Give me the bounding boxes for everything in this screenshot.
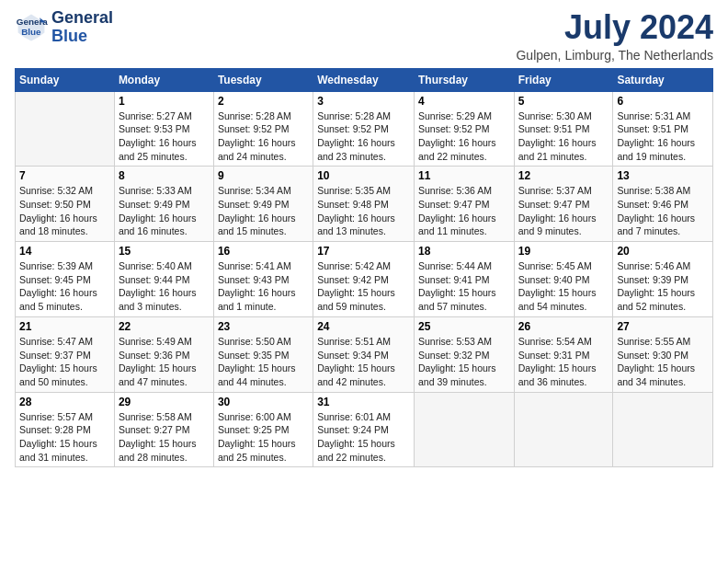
sunset-text: Sunset: 9:49 PM — [119, 199, 190, 210]
day-info: Sunrise: 5:49 AMSunset: 9:36 PMDaylight:… — [119, 335, 210, 389]
sunset-text: Sunset: 9:48 PM — [317, 199, 389, 210]
day-info: Sunrise: 5:54 AMSunset: 9:31 PMDaylight:… — [518, 335, 609, 389]
calendar-day-cell: 1Sunrise: 5:27 AMSunset: 9:53 PMDaylight… — [114, 91, 213, 167]
sunset-text: Sunset: 9:32 PM — [418, 350, 490, 361]
calendar-day-cell: 25Sunrise: 5:53 AMSunset: 9:32 PMDayligh… — [414, 316, 514, 392]
day-number: 17 — [317, 245, 410, 258]
calendar-header-friday: Friday — [514, 68, 613, 91]
location: Gulpen, Limburg, The Netherlands — [516, 48, 713, 63]
sunset-text: Sunset: 9:51 PM — [617, 123, 688, 134]
sunrise-text: Sunrise: 5:28 AM — [317, 110, 391, 121]
calendar-day-cell: 23Sunrise: 5:50 AMSunset: 9:35 PMDayligh… — [213, 316, 313, 392]
calendar-day-cell: 17Sunrise: 5:42 AMSunset: 9:42 PMDayligh… — [313, 242, 415, 317]
calendar-day-cell: 12Sunrise: 5:37 AMSunset: 9:47 PMDayligh… — [514, 167, 613, 242]
day-number: 13 — [617, 169, 709, 182]
daylight-text: Daylight: 16 hours and 16 minutes. — [119, 213, 197, 237]
calendar-day-cell: 5Sunrise: 5:30 AMSunset: 9:51 PMDaylight… — [514, 91, 613, 167]
svg-text:Blue: Blue — [21, 27, 41, 37]
calendar-day-cell: 3Sunrise: 5:28 AMSunset: 9:52 PMDaylight… — [313, 91, 415, 167]
sunrise-text: Sunrise: 5:34 AM — [218, 185, 291, 196]
sunrise-text: Sunrise: 5:41 AM — [218, 260, 291, 271]
sunset-text: Sunset: 9:51 PM — [518, 123, 590, 134]
daylight-text: Daylight: 16 hours and 25 minutes. — [119, 137, 197, 162]
daylight-text: Daylight: 15 hours and 31 minutes. — [19, 438, 97, 463]
day-info: Sunrise: 5:50 AMSunset: 9:35 PMDaylight:… — [218, 335, 309, 389]
sunset-text: Sunset: 9:35 PM — [218, 350, 290, 361]
day-number: 18 — [418, 245, 510, 258]
logo-text-blue: Blue — [51, 28, 113, 46]
sunset-text: Sunset: 9:53 PM — [119, 123, 190, 134]
day-number: 19 — [518, 245, 609, 258]
sunset-text: Sunset: 9:25 PM — [218, 424, 290, 435]
day-info: Sunrise: 5:34 AMSunset: 9:49 PMDaylight:… — [218, 184, 309, 238]
calendar-header-wednesday: Wednesday — [313, 68, 415, 91]
calendar-day-cell: 7Sunrise: 5:32 AMSunset: 9:50 PMDaylight… — [16, 167, 115, 242]
daylight-text: Daylight: 16 hours and 19 minutes. — [617, 137, 695, 162]
calendar-header-sunday: Sunday — [16, 68, 115, 91]
title-block: July 2024 Gulpen, Limburg, The Netherlan… — [516, 9, 713, 63]
sunrise-text: Sunrise: 6:01 AM — [317, 411, 391, 422]
day-number: 29 — [119, 396, 210, 408]
sunrise-text: Sunrise: 5:28 AM — [218, 110, 291, 121]
day-number: 1 — [119, 95, 210, 108]
calendar-week-row: 1Sunrise: 5:27 AMSunset: 9:53 PMDaylight… — [16, 91, 713, 167]
sunrise-text: Sunrise: 5:36 AM — [418, 185, 492, 196]
day-info: Sunrise: 6:01 AMSunset: 9:24 PMDaylight:… — [317, 410, 410, 465]
day-number: 21 — [19, 320, 110, 333]
day-number: 9 — [218, 169, 309, 182]
day-info: Sunrise: 5:44 AMSunset: 9:41 PMDaylight:… — [418, 259, 510, 314]
calendar-header-saturday: Saturday — [613, 68, 713, 91]
calendar-day-cell — [414, 392, 514, 467]
day-number: 22 — [119, 320, 210, 333]
sunrise-text: Sunrise: 5:29 AM — [418, 110, 492, 121]
logo-text-general: General — [51, 9, 113, 28]
daylight-text: Daylight: 15 hours and 39 minutes. — [418, 362, 496, 387]
calendar-week-row: 28Sunrise: 5:57 AMSunset: 9:28 PMDayligh… — [16, 392, 713, 467]
calendar-day-cell — [16, 91, 115, 167]
daylight-text: Daylight: 16 hours and 9 minutes. — [518, 213, 597, 237]
sunset-text: Sunset: 9:46 PM — [617, 199, 688, 210]
sunset-text: Sunset: 9:44 PM — [119, 274, 190, 285]
sunrise-text: Sunrise: 5:33 AM — [119, 185, 192, 196]
header: General Blue General Blue July 2024 Gulp… — [15, 9, 713, 63]
day-info: Sunrise: 5:55 AMSunset: 9:30 PMDaylight:… — [617, 335, 709, 389]
sunrise-text: Sunrise: 5:49 AM — [119, 336, 192, 347]
day-number: 31 — [317, 396, 410, 408]
day-number: 28 — [19, 396, 110, 408]
sunrise-text: Sunrise: 5:57 AM — [19, 411, 93, 422]
day-info: Sunrise: 5:27 AMSunset: 9:53 PMDaylight:… — [119, 109, 210, 164]
logo-icon: General Blue — [15, 11, 48, 44]
day-number: 11 — [418, 169, 510, 182]
sunrise-text: Sunrise: 5:44 AM — [418, 260, 492, 271]
sunrise-text: Sunrise: 5:35 AM — [317, 185, 391, 196]
sunrise-text: Sunrise: 5:32 AM — [19, 185, 93, 196]
daylight-text: Daylight: 16 hours and 3 minutes. — [119, 287, 197, 312]
sunrise-text: Sunrise: 5:54 AM — [518, 336, 592, 347]
calendar-day-cell — [613, 392, 713, 467]
calendar-day-cell: 15Sunrise: 5:40 AMSunset: 9:44 PMDayligh… — [114, 242, 213, 317]
calendar-day-cell: 9Sunrise: 5:34 AMSunset: 9:49 PMDaylight… — [213, 167, 313, 242]
sunrise-text: Sunrise: 5:31 AM — [617, 110, 690, 121]
daylight-text: Daylight: 15 hours and 52 minutes. — [617, 287, 695, 312]
daylight-text: Daylight: 15 hours and 36 minutes. — [518, 362, 597, 387]
day-info: Sunrise: 5:47 AMSunset: 9:37 PMDaylight:… — [19, 335, 110, 389]
sunrise-text: Sunrise: 5:51 AM — [317, 336, 391, 347]
day-info: Sunrise: 5:46 AMSunset: 9:39 PMDaylight:… — [617, 259, 709, 314]
calendar-day-cell: 4Sunrise: 5:29 AMSunset: 9:52 PMDaylight… — [414, 91, 514, 167]
sunrise-text: Sunrise: 5:45 AM — [518, 260, 592, 271]
daylight-text: Daylight: 16 hours and 22 minutes. — [418, 137, 496, 162]
daylight-text: Daylight: 15 hours and 25 minutes. — [218, 438, 296, 463]
sunset-text: Sunset: 9:40 PM — [518, 274, 590, 285]
sunset-text: Sunset: 9:41 PM — [418, 274, 490, 285]
daylight-text: Daylight: 16 hours and 11 minutes. — [418, 213, 496, 237]
sunset-text: Sunset: 9:31 PM — [518, 350, 590, 361]
daylight-text: Daylight: 16 hours and 1 minute. — [218, 287, 296, 312]
daylight-text: Daylight: 16 hours and 21 minutes. — [518, 137, 597, 162]
day-info: Sunrise: 5:31 AMSunset: 9:51 PMDaylight:… — [617, 109, 709, 164]
sunset-text: Sunset: 9:37 PM — [19, 350, 91, 361]
daylight-text: Daylight: 16 hours and 7 minutes. — [617, 213, 695, 237]
daylight-text: Daylight: 15 hours and 28 minutes. — [119, 438, 197, 463]
calendar-day-cell: 28Sunrise: 5:57 AMSunset: 9:28 PMDayligh… — [16, 392, 115, 467]
day-number: 7 — [19, 169, 110, 182]
day-info: Sunrise: 5:38 AMSunset: 9:46 PMDaylight:… — [617, 184, 709, 238]
